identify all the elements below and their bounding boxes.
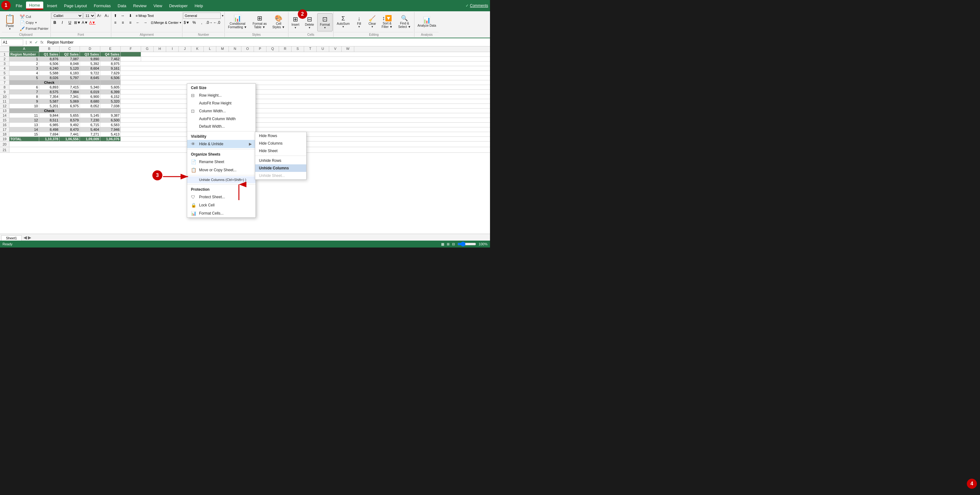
cell-D1[interactable]: Q3 Sales (80, 52, 100, 57)
cell-E6[interactable]: 6,506 (100, 76, 121, 80)
underline-button[interactable]: U (67, 19, 73, 26)
percent-btn[interactable]: % (191, 19, 197, 26)
cell-A12[interactable]: 10 (10, 104, 39, 109)
cell-A8[interactable]: 6 (10, 85, 39, 90)
cell-A1[interactable]: Region Number (10, 52, 39, 57)
row-header-16[interactable]: 16 (0, 123, 10, 127)
cell-C14[interactable]: 5,655 (60, 113, 80, 118)
page-layout-view-btn[interactable]: ⊞ (447, 242, 450, 246)
merge-center-btn[interactable]: ⊡ Merge & Center ▼ (151, 21, 182, 25)
row-header-5[interactable]: 5 (0, 71, 10, 76)
comments-btn[interactable]: Comments (470, 3, 488, 8)
font-size-select[interactable]: 11 (83, 13, 95, 19)
cell-E16[interactable]: 6,583 (100, 123, 121, 127)
cell-B3[interactable]: 6,506 (39, 61, 60, 66)
conditional-formatting-btn[interactable]: 📊 Conditional Formatting ▼ (225, 13, 249, 31)
comma-btn[interactable]: , (198, 19, 205, 26)
protect-sheet-item[interactable]: 🛡 Protect Sheet... (187, 193, 256, 201)
cell-A17[interactable]: 14 (10, 127, 39, 132)
cell-C1[interactable]: Q2 Sales (60, 52, 80, 57)
menu-data[interactable]: Data (115, 2, 129, 10)
cell-B12[interactable]: 5,201 (39, 104, 60, 109)
cell-B14[interactable]: 9,844 (39, 113, 60, 118)
unhide-columns-shortcut-item[interactable]: Unhide Columns (Ctrl+Shift+) ) (187, 176, 256, 183)
cell-E10[interactable]: 6,152 (100, 94, 121, 99)
cell-E17[interactable]: 7,946 (100, 127, 121, 132)
decimal-increase-btn[interactable]: ←.0 (213, 19, 220, 26)
row-header-18[interactable]: 18 (0, 132, 10, 137)
row-header-3[interactable]: 3 (0, 61, 10, 66)
copy-button[interactable]: 📄 Copy ▼ (19, 20, 50, 26)
col-header-P[interactable]: P (254, 46, 266, 52)
col-header-C[interactable]: C (60, 46, 80, 52)
next-sheet-btn[interactable]: ▶ (28, 235, 31, 240)
row-header-17[interactable]: 17 (0, 127, 10, 132)
font-color-button[interactable]: A▼ (89, 19, 96, 26)
cell-A5[interactable]: 4 (10, 71, 39, 76)
cell-C19[interactable]: 1,06,556 (60, 137, 80, 142)
cell-D18[interactable]: 7,271 (80, 132, 100, 137)
col-header-J[interactable]: J (179, 46, 191, 52)
col-header-H[interactable]: H (154, 46, 166, 52)
row-header-8[interactable]: 8 (0, 85, 10, 90)
row-header-10[interactable]: 10 (0, 94, 10, 99)
sort-filter-btn[interactable]: ↕🔽 Sort & Filter ▼ (379, 13, 395, 31)
menu-review[interactable]: Review (130, 2, 150, 10)
cell-D19[interactable]: 1,09,009 (80, 137, 100, 142)
cell-C10[interactable]: 7,341 (60, 94, 80, 99)
cell-A18[interactable]: 15 (10, 132, 39, 137)
paste-button[interactable]: 📋 Paste ▼ (2, 13, 18, 31)
align-right-btn[interactable]: ≡ (127, 19, 134, 26)
cell-C12[interactable]: 6,975 (60, 104, 80, 109)
row-header-11[interactable]: 11 (0, 99, 10, 104)
font-family-select[interactable]: Calibri (51, 13, 83, 19)
hide-rows-item[interactable]: Hide Rows (255, 132, 306, 140)
row-header-14[interactable]: 14 (0, 113, 10, 118)
column-width-item[interactable]: ⊡ Column Width... (187, 107, 256, 115)
format-cells-item[interactable]: 📊 Format Cells... (187, 209, 256, 217)
cell-C6[interactable]: 5,797 (60, 76, 80, 80)
col-header-W[interactable]: W (342, 46, 354, 52)
row-header-21[interactable]: 21 (0, 147, 10, 153)
cell-E12[interactable]: 7,038 (100, 104, 121, 109)
cell-B4[interactable]: 6,240 (39, 66, 60, 71)
cell-C2[interactable]: 7,087 (60, 57, 80, 61)
menu-developer[interactable]: Developer (166, 2, 191, 10)
row-header-4[interactable]: 4 (0, 66, 10, 71)
fill-color-button[interactable]: A▼ (81, 19, 88, 26)
cell-A10[interactable]: 8 (10, 94, 39, 99)
cell-A15[interactable]: 12 (10, 118, 39, 123)
cell-D11[interactable]: 8,680 (80, 99, 100, 104)
cell-C16[interactable]: 9,492 (60, 123, 80, 127)
col-header-N[interactable]: N (229, 46, 242, 52)
cell-E4[interactable]: 9,161 (100, 66, 121, 71)
menu-help[interactable]: Help (191, 2, 206, 10)
col-header-V[interactable]: V (329, 46, 342, 52)
col-header-T[interactable]: T (304, 46, 317, 52)
row-header-12[interactable]: 12 (0, 104, 10, 109)
cell-C11[interactable]: 5,069 (60, 99, 80, 104)
cell-A19[interactable]: TOTAL (10, 137, 39, 142)
align-top-btn[interactable]: ⬆ (112, 13, 119, 19)
menu-page-layout[interactable]: Page Layout (61, 2, 90, 10)
align-bottom-btn[interactable]: ⬇ (127, 13, 134, 19)
cell-E5[interactable]: 7,629 (100, 71, 121, 76)
row-header-20[interactable]: 20 (0, 142, 10, 147)
cell-C3[interactable]: 8,048 (60, 61, 80, 66)
row-header-15[interactable]: 15 (0, 118, 10, 123)
menu-view[interactable]: View (150, 2, 165, 10)
cell-A3[interactable]: 2 (10, 61, 39, 66)
menu-file[interactable]: File (13, 2, 25, 10)
cell-C18[interactable]: 7,441 (60, 132, 80, 137)
cell-A2[interactable]: 1 (10, 57, 39, 61)
hide-sheet-item[interactable]: Hide Sheet (255, 147, 306, 155)
bold-button[interactable]: B (51, 19, 58, 26)
prev-sheet-btn[interactable]: ◀ (24, 235, 27, 240)
accounting-btn[interactable]: $▼ (183, 19, 190, 26)
cell-A6[interactable]: 5 (10, 76, 39, 80)
number-format-arrow[interactable]: ▼ (221, 14, 224, 17)
cell-D8[interactable]: 5,340 (80, 85, 100, 90)
cell-E19[interactable]: 1,06,076 (100, 137, 121, 142)
row-header-7[interactable]: 7 (0, 80, 10, 85)
row-header-9[interactable]: 9 (0, 90, 10, 94)
